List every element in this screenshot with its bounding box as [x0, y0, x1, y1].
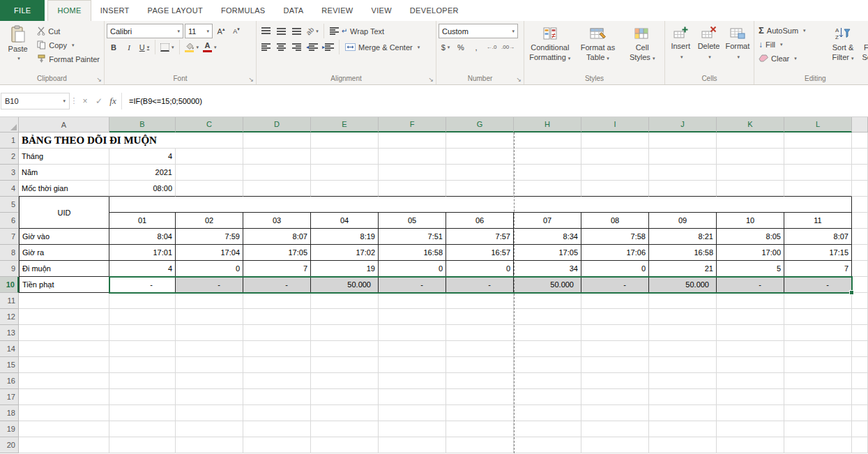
cell-I10[interactable]: - [581, 277, 649, 293]
cell-D4[interactable] [243, 181, 311, 197]
cell-K8[interactable]: 17:00 [717, 245, 784, 261]
cell-J7[interactable]: 8:21 [649, 229, 717, 245]
cell-F4[interactable] [379, 181, 446, 197]
cell-H16[interactable] [514, 373, 581, 389]
cell-H13[interactable] [514, 325, 581, 341]
row-header-7[interactable]: 7 [0, 229, 19, 245]
increase-decimal-button[interactable]: ←.0 [485, 40, 498, 54]
row-header-17[interactable]: 17 [0, 389, 19, 405]
cell-M8[interactable] [852, 245, 868, 261]
fill-color-button[interactable] [183, 40, 201, 54]
cell-D16[interactable] [243, 373, 311, 389]
row-header-11[interactable]: 11 [0, 293, 19, 309]
cell-F1[interactable] [379, 133, 446, 149]
cell-A1[interactable]: BẢNG THEO DÕI ĐI MUỘN [19, 133, 243, 149]
cell-G9[interactable]: 0 [446, 261, 514, 277]
cell-J11[interactable] [649, 293, 717, 309]
cell-D19[interactable] [243, 421, 311, 437]
cell-K13[interactable] [717, 325, 784, 341]
cell-C20[interactable] [176, 437, 243, 453]
cell-C11[interactable] [176, 293, 243, 309]
cell-K7[interactable]: 8:05 [717, 229, 784, 245]
tab-view[interactable]: VIEW [363, 0, 401, 21]
cell-H3[interactable] [514, 165, 581, 181]
cell-G17[interactable] [446, 389, 514, 405]
cancel-icon[interactable]: × [78, 93, 92, 109]
cell-J15[interactable] [649, 357, 717, 373]
wrap-text-button[interactable]: ↵ Wrap Text [328, 24, 387, 38]
font-size-combo[interactable]: 11▾ [185, 24, 213, 38]
cell-L12[interactable] [784, 309, 852, 325]
column-header-G[interactable]: G [446, 117, 514, 133]
row-header-3[interactable]: 3 [0, 165, 19, 181]
cell-D17[interactable] [243, 389, 311, 405]
cell-H2[interactable] [514, 149, 581, 165]
copy-button[interactable]: Copy [35, 38, 102, 52]
cell-F8[interactable]: 16:58 [379, 245, 446, 261]
cell-G8[interactable]: 16:57 [446, 245, 514, 261]
cell-J20[interactable] [649, 437, 717, 453]
cell-C19[interactable] [176, 421, 243, 437]
tab-page-layout[interactable]: PAGE LAYOUT [139, 0, 212, 21]
autosum-button[interactable]: Σ AutoSum [756, 24, 826, 37]
clear-button[interactable]: Clear [756, 52, 826, 65]
cell-E8[interactable]: 17:02 [311, 245, 379, 261]
cell-J19[interactable] [649, 421, 717, 437]
name-box-dropdown-icon[interactable]: ▾ [63, 98, 66, 104]
cell-L17[interactable] [784, 389, 852, 405]
cell-G14[interactable] [446, 341, 514, 357]
cell-D18[interactable] [243, 405, 311, 421]
column-header-C[interactable]: C [176, 117, 243, 133]
cell-C9[interactable]: 0 [176, 261, 243, 277]
cell-K4[interactable] [717, 181, 784, 197]
cell-H18[interactable] [514, 405, 581, 421]
row-header-1[interactable]: 1 [0, 133, 19, 149]
cell-K15[interactable] [717, 357, 784, 373]
cell-J18[interactable] [649, 405, 717, 421]
cell-H7[interactable]: 8:34 [514, 229, 581, 245]
cell-B18[interactable] [109, 405, 176, 421]
cell-C17[interactable] [176, 389, 243, 405]
cell-A3[interactable]: Năm [19, 165, 109, 181]
cell-E6[interactable]: 04 [311, 213, 379, 229]
tab-formulas[interactable]: FORMULAS [212, 0, 275, 21]
increase-font-size-button[interactable]: A▴ [214, 24, 228, 38]
tab-file[interactable]: FILE [0, 0, 45, 21]
row-header-14[interactable]: 14 [0, 341, 19, 357]
cell-B12[interactable] [109, 309, 176, 325]
cell-A4[interactable]: Mốc thời gian [19, 181, 109, 197]
cell-I1[interactable] [581, 133, 649, 149]
tab-home[interactable]: HOME [47, 0, 91, 21]
tab-review[interactable]: REVIEW [312, 0, 362, 21]
cell-I8[interactable]: 17:06 [581, 245, 649, 261]
align-center-button[interactable] [274, 40, 288, 54]
cell-J2[interactable] [649, 149, 717, 165]
cell-G12[interactable] [446, 309, 514, 325]
cell-I17[interactable] [581, 389, 649, 405]
cell-A14[interactable] [19, 341, 109, 357]
cell-J8[interactable]: 16:58 [649, 245, 717, 261]
cell-J13[interactable] [649, 325, 717, 341]
cell-C14[interactable] [176, 341, 243, 357]
format-as-table-button[interactable]: Format as Table [575, 23, 621, 73]
cell-D8[interactable]: 17:05 [243, 245, 311, 261]
cell-L11[interactable] [784, 293, 852, 309]
decrease-decimal-button[interactable]: .00→ [500, 40, 516, 54]
cell-I6[interactable]: 08 [581, 213, 649, 229]
cell-L1[interactable] [784, 133, 852, 149]
cell-M7[interactable] [852, 229, 868, 245]
column-header-K[interactable]: K [717, 117, 784, 133]
cell-E17[interactable] [311, 389, 379, 405]
font-size-dropdown-icon[interactable]: ▾ [204, 29, 209, 34]
cell-I2[interactable] [581, 149, 649, 165]
cell-K2[interactable] [717, 149, 784, 165]
row-header-4[interactable]: 4 [0, 181, 19, 197]
tab-developer[interactable]: DEVELOPER [401, 0, 468, 21]
cell-F10[interactable]: - [379, 277, 446, 293]
cell-E7[interactable]: 8:19 [311, 229, 379, 245]
cell-B19[interactable] [109, 421, 176, 437]
cell-K14[interactable] [717, 341, 784, 357]
cell-A5[interactable]: UID [19, 197, 109, 229]
cell-J3[interactable] [649, 165, 717, 181]
column-header-M[interactable] [852, 117, 868, 133]
